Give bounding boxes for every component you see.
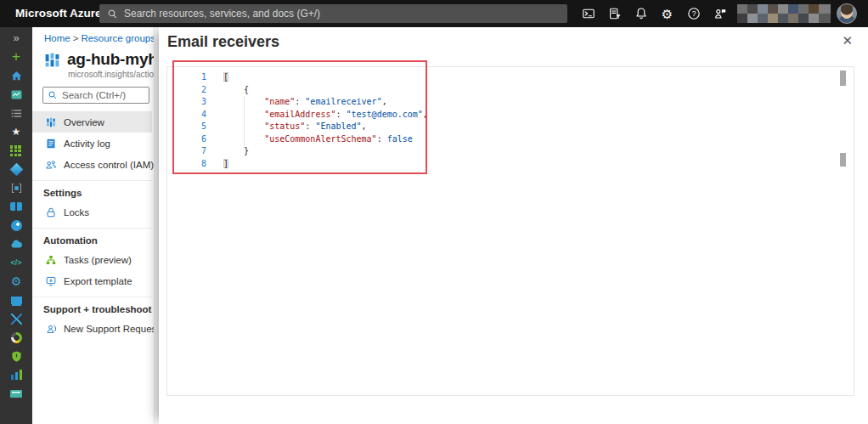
global-search-placeholder: Search resources, services, and docs (G+… — [124, 8, 320, 20]
action-group-icon — [43, 51, 61, 69]
nav-item-export-template[interactable]: Export template — [32, 270, 152, 291]
email-receivers-panel: Email receivers ✕ 1[2 {3 "name": "emailr… — [159, 27, 868, 424]
favorites-star-icon[interactable]: ★ — [0, 122, 32, 141]
support-icon — [45, 323, 57, 335]
nav-item-new-support-request[interactable]: New Support Request — [32, 318, 152, 339]
breadcrumb-home[interactable]: Home — [44, 33, 70, 43]
cloud-icon[interactable] — [0, 235, 32, 253]
help-icon[interactable]: ? — [686, 7, 701, 21]
databases-icon[interactable] — [0, 197, 32, 216]
security-shield-icon[interactable] — [0, 347, 32, 365]
create-resource-icon[interactable]: + — [0, 48, 32, 66]
nav-item-label: Locks — [64, 207, 89, 218]
global-search-input[interactable]: Search resources, services, and docs (G+… — [99, 4, 567, 23]
export-template-icon — [45, 275, 57, 287]
tasks-icon — [45, 254, 57, 266]
svg-text:?: ? — [691, 9, 696, 18]
nav-item-label: Tasks (preview) — [64, 255, 132, 265]
panel-icon[interactable] — [0, 384, 32, 403]
directory-filter-icon[interactable] — [607, 7, 622, 21]
virtual-machine-icon[interactable] — [0, 291, 32, 309]
editor-scrollbar-thumb[interactable] — [840, 71, 846, 86]
azure-brand[interactable]: Microsoft Azure — [15, 0, 102, 27]
top-bar: Microsoft Azure Search resources, servic… — [0, 0, 868, 27]
locks-icon — [45, 206, 57, 218]
overview-icon — [45, 116, 57, 128]
nav-item-tasks-preview[interactable]: Tasks (preview) — [32, 249, 152, 270]
code-icon[interactable]: </> — [0, 253, 32, 272]
all-services-icon[interactable] — [0, 104, 32, 122]
nav-item-activity-log[interactable]: Activity log — [32, 133, 152, 154]
nav-item-label: Export template — [64, 276, 132, 286]
nav-item-label: Activity log — [64, 139, 110, 149]
annotation-highlight-box — [172, 60, 427, 174]
redacted-user-info — [737, 4, 831, 23]
nav-search-input[interactable]: Search (Ctrl+/) — [42, 87, 149, 104]
editor-overview-marker — [840, 153, 846, 167]
nav-section-header-support-troubleshooting: Support + troubleshooting — [32, 297, 152, 318]
diamond-icon[interactable] — [0, 160, 32, 178]
settings-icon[interactable]: ⚙ — [660, 7, 674, 21]
iam-icon — [45, 159, 57, 171]
close-icon[interactable]: ✕ — [842, 34, 853, 48]
nav-section-header-settings: Settings — [32, 180, 152, 201]
resource-title: ag-hub-myh — [67, 50, 158, 69]
topbar-icon-group: ⚙? — [581, 0, 727, 27]
expand-sidebar-icon[interactable]: » — [0, 29, 32, 48]
nav-item-label: Access control (IAM) — [64, 160, 154, 170]
cost-bars-icon[interactable] — [0, 365, 32, 384]
advisor-donut-icon[interactable] — [0, 328, 32, 347]
cloud-shell-icon[interactable] — [581, 7, 595, 21]
breadcrumb-resource-groups[interactable]: Resource groups — [81, 33, 155, 43]
dashboard-icon[interactable] — [0, 85, 32, 104]
search-icon — [48, 90, 58, 100]
gauge-icon[interactable] — [0, 216, 32, 235]
crossed-tools-icon[interactable] — [0, 309, 32, 328]
user-avatar[interactable] — [837, 3, 857, 24]
cube-brackets-icon[interactable] — [0, 178, 32, 197]
all-resources-grid-icon[interactable] — [0, 141, 32, 160]
resource-nav-panel: Home>Resource groups> ag-hub-myh microso… — [32, 27, 159, 424]
nav-item-access-control-iam[interactable]: Access control (IAM) — [32, 154, 152, 175]
resource-header: ag-hub-myh — [43, 50, 159, 69]
nav-section-header-automation: Automation — [32, 228, 152, 249]
breadcrumb-separator: > — [73, 33, 79, 43]
nav-item-label: New Support Request — [64, 324, 160, 334]
nav-item-locks[interactable]: Locks — [32, 201, 152, 223]
panel-title: Email receivers — [167, 33, 279, 51]
home-icon[interactable] — [0, 66, 32, 85]
nav-menu: OverviewActivity logAccess control (IAM)… — [32, 111, 159, 339]
cog-icon[interactable]: ⚙ — [0, 272, 32, 291]
left-rail: »+★</>⚙ — [0, 27, 32, 424]
breadcrumb: Home>Resource groups> — [44, 33, 156, 43]
nav-search-placeholder: Search (Ctrl+/) — [62, 90, 126, 100]
search-icon — [107, 8, 118, 20]
resource-type: microsoft.insights/actiong — [68, 70, 155, 79]
activity-log-icon — [45, 138, 57, 150]
nav-item-overview[interactable]: Overview — [32, 111, 152, 133]
feedback-icon[interactable] — [713, 7, 727, 21]
nav-item-label: Overview — [64, 117, 104, 127]
notifications-icon[interactable] — [634, 7, 648, 21]
